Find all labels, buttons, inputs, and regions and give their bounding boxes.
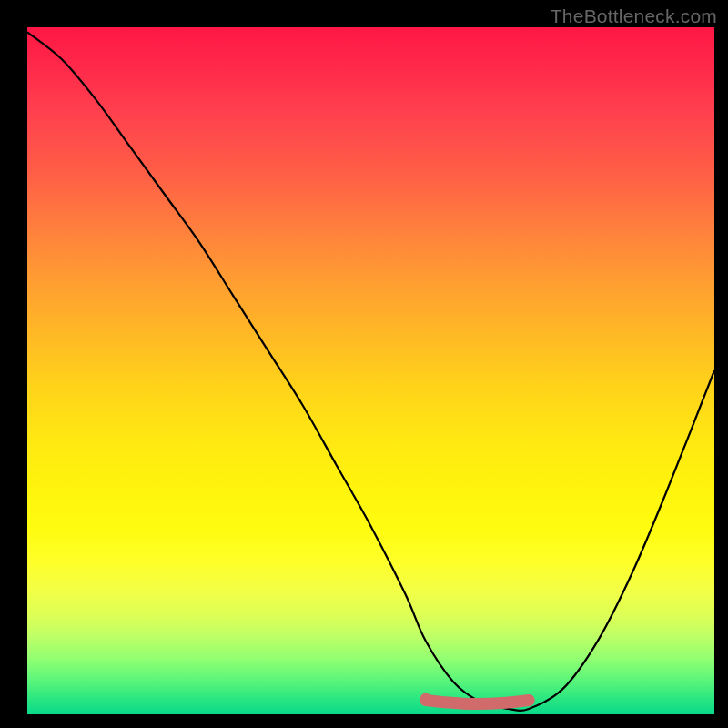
chart-frame xyxy=(14,27,714,728)
plot-area xyxy=(27,27,714,714)
flat-segment-highlight xyxy=(426,701,529,704)
watermark-text: TheBottleneck.com xyxy=(551,5,717,27)
flat-start-marker xyxy=(420,693,431,704)
bottleneck-curve-svg xyxy=(27,27,714,714)
bottleneck-curve xyxy=(27,32,714,711)
